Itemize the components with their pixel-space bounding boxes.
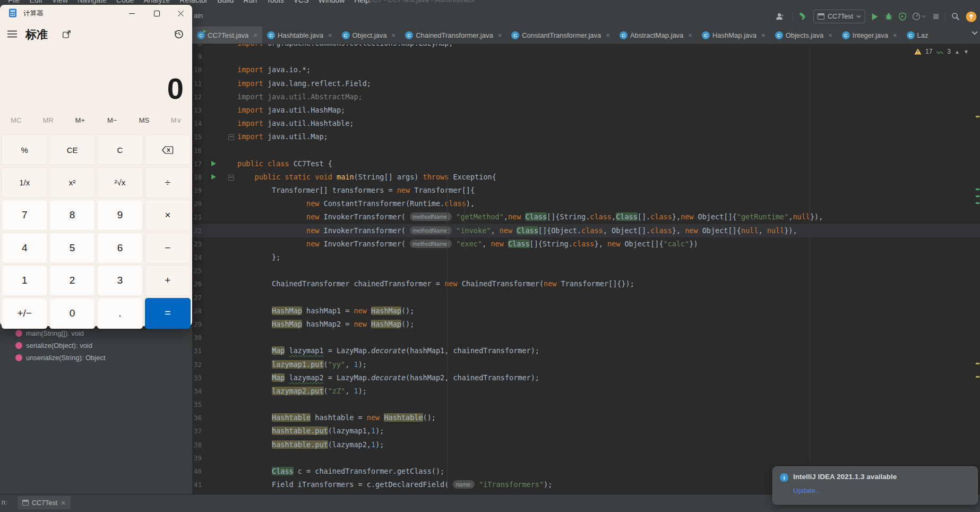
- run-configuration-select[interactable]: CC7Test: [813, 10, 865, 23]
- calculator-titlebar[interactable]: 计算器: [0, 5, 192, 22]
- history-icon[interactable]: [174, 29, 184, 39]
- editor-tab[interactable]: CConstantTransformer.java×: [506, 27, 615, 44]
- calc-key-²√x[interactable]: ²√x: [97, 167, 143, 198]
- menu-item-build[interactable]: Build: [212, 0, 238, 4]
- calc-key-1[interactable]: 1: [2, 265, 47, 296]
- calc-key-÷[interactable]: ÷: [145, 167, 191, 198]
- code-line[interactable]: 23 new InvokerTransformer( methodName: "…: [192, 237, 980, 251]
- code-line[interactable]: 27: [192, 291, 980, 304]
- hidden-tabs-chevron-icon[interactable]: [972, 31, 978, 35]
- code-line[interactable]: 18 public static void main(String[] args…: [192, 170, 980, 184]
- code-line[interactable]: 30: [192, 331, 980, 344]
- hamburger-menu-icon[interactable]: [7, 30, 17, 38]
- close-icon[interactable]: ×: [761, 32, 766, 39]
- code-line[interactable]: 24 };: [192, 251, 980, 264]
- structure-item[interactable]: serialize(Object): void: [0, 339, 192, 352]
- run-with-coverage-button[interactable]: [899, 12, 906, 21]
- build-hammer-icon[interactable]: [799, 12, 807, 21]
- menu-item-edit[interactable]: Edit: [25, 0, 47, 4]
- code-line[interactable]: 14import java.util.Hashtable;: [192, 117, 980, 130]
- editor-tab[interactable]: CCC7Test.java×: [192, 27, 262, 44]
- memory-button-m−[interactable]: M−: [96, 116, 128, 131]
- calc-key-x²[interactable]: x²: [49, 167, 95, 198]
- code-line[interactable]: 36 Hashtable hashtable = new Hashtable()…: [192, 411, 980, 424]
- calc-key-5[interactable]: 5: [49, 233, 95, 263]
- calculator-mode-label[interactable]: 标准: [25, 27, 48, 42]
- editor-tab[interactable]: CLaz: [902, 27, 933, 44]
- code-line[interactable]: 37 hashtable.put(lazymap1,1);: [192, 424, 980, 438]
- inspections-widget[interactable]: 17 3 ▲ ▼: [914, 48, 969, 55]
- editor-tab[interactable]: CHashMap.java×: [697, 27, 770, 44]
- search-everywhere-icon[interactable]: [951, 12, 960, 21]
- code-line[interactable]: 35: [192, 398, 980, 411]
- menu-item-file[interactable]: File: [3, 0, 25, 4]
- close-icon[interactable]: ×: [606, 32, 610, 39]
- editor-tab[interactable]: CAbstractMap.java×: [615, 27, 697, 44]
- structure-item[interactable]: unserialize(String): Object: [0, 352, 192, 364]
- calc-key-3[interactable]: 3: [97, 265, 143, 296]
- calc-key-CE[interactable]: CE: [49, 134, 95, 165]
- run-toolwindow-tab[interactable]: CC7Test ✕: [18, 496, 71, 509]
- close-icon[interactable]: ×: [328, 32, 332, 39]
- code-line[interactable]: 21 new InvokerTransformer( methodName: "…: [192, 210, 980, 224]
- calc-key-7[interactable]: 7: [2, 200, 47, 231]
- stripe-mark[interactable]: [976, 363, 979, 364]
- code-line[interactable]: 16: [192, 144, 980, 157]
- code-line[interactable]: 12import java.util.AbstractMap;: [192, 90, 980, 104]
- calc-key-6[interactable]: 6: [97, 233, 143, 263]
- close-icon[interactable]: ×: [828, 32, 832, 39]
- editor-tab[interactable]: CHashtable.java×: [262, 27, 337, 44]
- code-with-me-icon[interactable]: [775, 12, 787, 21]
- menu-item-code[interactable]: Code: [111, 0, 139, 4]
- code-line[interactable]: 11import java.lang.reflect.Field;: [192, 77, 980, 90]
- menu-item-navigate[interactable]: Navigate: [73, 0, 111, 4]
- calc-key-=[interactable]: =: [145, 298, 191, 329]
- calc-key-4[interactable]: 4: [2, 233, 47, 263]
- breadcrumb[interactable]: ain: [194, 12, 203, 20]
- code-line[interactable]: 15import java.util.Map;: [192, 130, 980, 143]
- calc-key-C[interactable]: C: [97, 134, 143, 165]
- menu-item-vcs[interactable]: VCS: [289, 0, 314, 4]
- code-line[interactable]: 39: [192, 451, 980, 465]
- menu-item-run[interactable]: Run: [238, 0, 262, 4]
- calc-key-×[interactable]: ×: [145, 200, 191, 231]
- code-editor[interactable]: 8import org.apache.commons.collections.m…: [192, 44, 980, 494]
- calc-key-2[interactable]: 2: [49, 265, 95, 296]
- code-line[interactable]: 34 lazymap2.put("zZ", 1);: [192, 385, 980, 398]
- code-line[interactable]: 38 hashtable.put(lazymap2,1);: [192, 438, 980, 451]
- update-available-icon[interactable]: [966, 11, 977, 22]
- calc-key-.[interactable]: .: [97, 298, 143, 329]
- menu-item-window[interactable]: Window: [314, 0, 350, 4]
- fold-icon[interactable]: [228, 134, 234, 140]
- structure-item[interactable]: main(String[]): void: [0, 327, 192, 339]
- debug-button[interactable]: [884, 12, 893, 21]
- code-line[interactable]: 20 new ConstantTransformer(Runtime.class…: [192, 197, 980, 210]
- close-icon[interactable]: ×: [498, 32, 502, 39]
- stripe-mark[interactable]: [976, 202, 979, 204]
- calc-key-8[interactable]: 8: [49, 200, 95, 231]
- close-icon[interactable]: ×: [392, 32, 396, 39]
- stop-button[interactable]: [933, 13, 939, 20]
- stripe-mark[interactable]: [976, 195, 979, 197]
- editor-tab[interactable]: CObject.java×: [337, 27, 401, 44]
- close-icon[interactable]: ×: [688, 32, 692, 39]
- stripe-mark[interactable]: [976, 376, 979, 378]
- memory-button-mc[interactable]: MC: [0, 116, 32, 131]
- run-line-icon[interactable]: [211, 161, 216, 166]
- code-line[interactable]: 9: [192, 50, 980, 63]
- memory-button-mr[interactable]: MR: [32, 116, 64, 131]
- fold-icon[interactable]: [228, 175, 234, 181]
- memory-button-ms[interactable]: MS: [128, 116, 160, 131]
- calc-key-+[interactable]: +: [145, 265, 191, 296]
- code-line[interactable]: 22 new InvokerTransformer( methodName: "…: [192, 224, 980, 237]
- code-line[interactable]: 28 HashMap hashMap1 = new HashMap();: [192, 304, 980, 318]
- stripe-mark[interactable]: [976, 116, 979, 117]
- calc-key-9[interactable]: 9: [97, 200, 143, 231]
- run-line-icon[interactable]: [211, 174, 216, 180]
- close-icon[interactable]: ×: [893, 32, 897, 39]
- stripe-mark[interactable]: [976, 189, 979, 190]
- menu-item-view[interactable]: View: [47, 0, 73, 4]
- menu-item-refactor[interactable]: Refactor: [175, 0, 212, 4]
- calc-key-0[interactable]: 0: [49, 298, 95, 329]
- menu-item-analyze[interactable]: Analyze: [139, 0, 175, 4]
